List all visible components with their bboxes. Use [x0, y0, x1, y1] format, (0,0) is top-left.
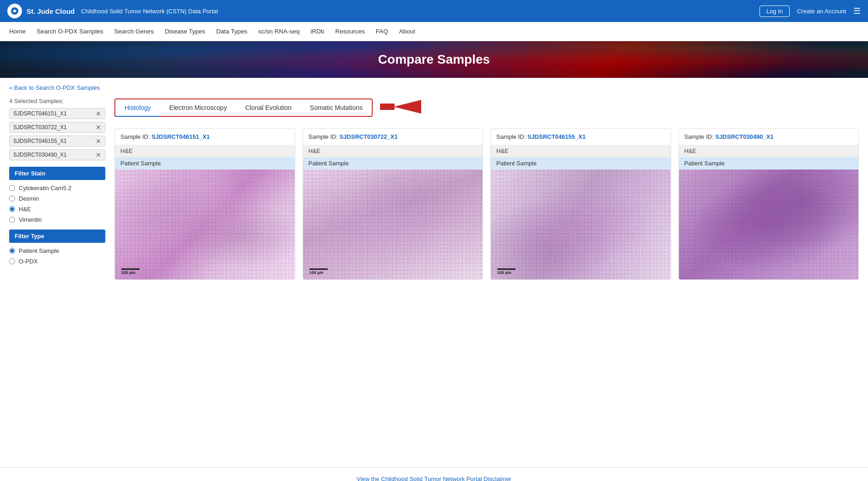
nav-item-home[interactable]: Home [9, 22, 26, 40]
scale-bar-1: 100 µm [309, 268, 328, 275]
nav-item-disease-types[interactable]: Disease Types [165, 22, 205, 40]
nav-item-faq[interactable]: FAQ [376, 22, 388, 40]
remove-sample-2-button[interactable]: ✕ [96, 138, 101, 144]
sample-image-2[interactable]: 100 µm [491, 169, 671, 279]
sample-tag-label-1: SJDSRCT030722_X1 [13, 124, 67, 131]
arrow-annotation [380, 98, 421, 117]
tab-histology[interactable]: Histology [115, 99, 160, 117]
sample-id-header-2: Sample ID: SJDSRCT046155_X1 [491, 129, 671, 145]
sample-tag-0: SJDSRCT046151_X1 ✕ [9, 108, 105, 119]
sample-col-0: Sample ID: SJDSRCT046151_X1 H&E Patient … [114, 128, 295, 280]
sample-tag-label-3: SJDSRCT030490_X1 [13, 152, 67, 158]
stain-label-he: H&E [19, 206, 31, 213]
nav-item-search-genes[interactable]: Search Genes [114, 22, 154, 40]
filter-stain-desmin[interactable]: Desmin [9, 195, 105, 202]
content-wrapper: 4 Selected Samples: SJDSRCT046151_X1 ✕ S… [0, 98, 868, 289]
secondary-nav: Home Search O-PDX Samples Search Genes D… [0, 22, 868, 41]
remove-sample-0-button[interactable]: ✕ [96, 110, 101, 117]
tab-somatic-mutations[interactable]: Somatic Mutations [301, 99, 372, 117]
sample-id-value-0: SJDSRCT046151_X1 [152, 133, 210, 140]
sample-col-2: Sample ID: SJDSRCT046155_X1 H&E Patient … [490, 128, 671, 280]
stain-label-cytokeratin: Cytokeratin Cam5.2 [19, 185, 71, 191]
stain-radio-desmin[interactable] [9, 196, 15, 202]
main-panel: Histology Electron Microscopy Clonal Evo… [105, 98, 868, 289]
sample-id-header-3: Sample ID: SJDSRCT030490_X1 [679, 129, 859, 145]
disclaimer-link[interactable]: View the Childhood Solid Tumor Network P… [357, 476, 511, 481]
hamburger-menu-icon[interactable]: ☰ [853, 6, 861, 16]
type-radio-opdx[interactable] [9, 258, 15, 264]
hero-banner: Compare Samples [0, 41, 868, 78]
sample-image-3[interactable] [679, 169, 859, 279]
create-account-button[interactable]: Create an Account [797, 8, 846, 15]
nav-item-rna-seq[interactable]: sc/sn RNA-seq [258, 22, 299, 40]
tabs-container: Histology Electron Microscopy Clonal Evo… [114, 98, 373, 117]
tab-clonal-evolution[interactable]: Clonal Evolution [236, 99, 301, 117]
sample-id-header-0: Sample ID: SJDSRCT046151_X1 [115, 129, 295, 145]
filter-stain-header: Filter Stain [9, 167, 105, 180]
sample-type-2: Patient Sample [491, 157, 671, 169]
filter-stain-cytokeratin[interactable]: Cytokeratin Cam5.2 [9, 185, 105, 191]
filter-type-opdx[interactable]: O-PDX [9, 258, 105, 265]
nav-item-search-opdx[interactable]: Search O-PDX Samples [37, 22, 103, 40]
sample-stain-2: H&E [491, 145, 671, 157]
brand-subtitle: Childhood Solid Tumor Network (CSTN) Dat… [81, 8, 218, 15]
nav-item-data-types[interactable]: Data Types [216, 22, 247, 40]
top-bar-actions: Log In Create an Account ☰ [760, 5, 861, 17]
stain-radio-he[interactable] [9, 206, 15, 212]
sample-image-0[interactable]: 100 µm [115, 169, 295, 279]
type-radio-patient[interactable] [9, 248, 15, 254]
scale-label-1: 100 µm [309, 270, 324, 275]
scale-bar-2: 100 µm [497, 268, 515, 275]
sample-tag-1: SJDSRCT030722_X1 ✕ [9, 122, 105, 133]
nav-item-resources[interactable]: Resources [335, 22, 365, 40]
samples-grid: Sample ID: SJDSRCT046151_X1 H&E Patient … [114, 128, 859, 280]
sample-tag-2: SJDSRCT046155_X1 ✕ [9, 136, 105, 147]
sample-type-3: Patient Sample [679, 157, 859, 169]
selected-samples-label: 4 Selected Samples: [9, 98, 105, 104]
sample-id-value-2: SJDSRCT046155_X1 [527, 133, 586, 140]
scale-line-2 [497, 268, 515, 270]
sample-type-0: Patient Sample [115, 157, 295, 169]
nav-item-irdb[interactable]: iRDb [310, 22, 324, 40]
sample-col-1: Sample ID: SJDSRCT030722_X1 H&E Patient … [303, 128, 483, 280]
remove-sample-3-button[interactable]: ✕ [96, 152, 101, 158]
tab-electron-microscopy[interactable]: Electron Microscopy [160, 99, 236, 117]
type-label-patient: Patient Sample [19, 247, 59, 254]
scale-label-0: 100 µm [121, 270, 136, 275]
scale-line-1 [309, 268, 328, 270]
nav-item-about[interactable]: About [399, 22, 415, 40]
logo-icon [7, 4, 22, 18]
sample-tag-label-0: SJDSRCT046151_X1 [13, 110, 67, 117]
type-label-opdx: O-PDX [19, 258, 38, 265]
brand-name: St. Jude Cloud [27, 7, 75, 15]
filter-stain-vimentin[interactable]: Vimentin [9, 216, 105, 223]
filter-type-header: Filter Type [9, 230, 105, 243]
sample-stain-0: H&E [115, 145, 295, 157]
brand-logo: St. Jude Cloud Childhood Solid Tumor Net… [7, 4, 218, 18]
remove-sample-1-button[interactable]: ✕ [96, 124, 101, 131]
stain-radio-vimentin[interactable] [9, 217, 15, 223]
scale-label-2: 100 µm [497, 270, 511, 275]
filter-stain-he[interactable]: H&E [9, 206, 105, 213]
filter-type-patient[interactable]: Patient Sample [9, 247, 105, 254]
sample-id-value-1: SJDSRCT030722_X1 [339, 133, 397, 140]
sample-tag-3: SJDSRCT030490_X1 ✕ [9, 149, 105, 160]
stain-label-vimentin: Vimentin [19, 216, 42, 223]
svg-marker-1 [394, 100, 421, 114]
scale-bar-0: 100 µm [121, 268, 140, 275]
sample-id-value-3: SJDSRCT030490_X1 [715, 133, 773, 140]
sample-tag-label-2: SJDSRCT046155_X1 [13, 138, 67, 144]
stain-radio-cytokeratin[interactable] [9, 185, 15, 191]
sample-stain-3: H&E [679, 145, 859, 157]
main-content: « Back to Search O-PDX Samples 4 Selecte… [0, 78, 868, 467]
svg-rect-2 [380, 104, 395, 110]
sample-col-3: Sample ID: SJDSRCT030490_X1 H&E Patient … [678, 128, 859, 280]
stain-label-desmin: Desmin [19, 195, 39, 202]
login-button[interactable]: Log In [760, 5, 790, 17]
scale-line-0 [121, 268, 140, 270]
sample-id-header-1: Sample ID: SJDSRCT030722_X1 [303, 129, 483, 145]
sample-image-1[interactable]: 100 µm [303, 169, 483, 279]
top-bar: St. Jude Cloud Childhood Solid Tumor Net… [0, 0, 868, 22]
back-link[interactable]: « Back to Search O-PDX Samples [0, 78, 868, 98]
sample-type-1: Patient Sample [303, 157, 483, 169]
